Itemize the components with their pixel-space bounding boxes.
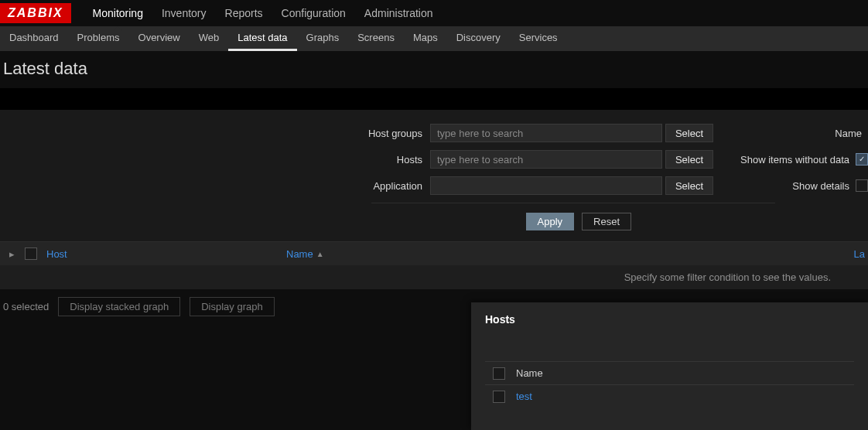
brand-logo[interactable]: ZABBIX (0, 3, 71, 23)
apply-button[interactable]: Apply (526, 213, 575, 230)
popup-select-all-checkbox[interactable] (493, 367, 505, 380)
top-bar: ZABBIX Monitoring Inventory Reports Conf… (0, 0, 868, 26)
hosts-popup-row: test (485, 384, 854, 408)
display-graph-button[interactable]: Display graph (190, 297, 275, 316)
hostgroups-input[interactable] (430, 124, 662, 142)
column-name[interactable]: Name ▲ (282, 248, 784, 260)
filter-label-showwithoutdata: Show items without data (713, 154, 856, 166)
column-name-label: Name (286, 248, 313, 260)
hosts-popup-title: Hosts (485, 313, 854, 326)
filter-label-name: Name (713, 128, 868, 139)
subnav-services[interactable]: Services (510, 26, 567, 51)
hosts-select-button[interactable]: Select (665, 150, 713, 169)
subnav-maps[interactable]: Maps (404, 26, 447, 51)
hostgroups-select-button[interactable]: Select (665, 124, 713, 142)
separator (0, 88, 868, 110)
sort-asc-icon: ▲ (316, 250, 324, 258)
subnav-dashboard[interactable]: Dashboard (0, 26, 68, 51)
column-host[interactable]: Host (42, 248, 282, 260)
reset-button[interactable]: Reset (582, 213, 631, 230)
filter-panel: Host groups Select Name Hosts Select Sho… (0, 110, 868, 242)
subnav-discovery[interactable]: Discovery (447, 26, 510, 51)
expand-all-icon[interactable]: ▸ (3, 248, 20, 260)
mainnav-administration[interactable]: Administration (355, 0, 443, 26)
show-details-checkbox[interactable] (856, 179, 868, 192)
hosts-popup-header: Name (485, 361, 854, 384)
subnav-graphs[interactable]: Graphs (297, 26, 349, 51)
mainnav-configuration[interactable]: Configuration (272, 0, 355, 26)
show-without-data-checkbox[interactable] (856, 153, 868, 166)
table-header: ▸ Host Name ▲ La (0, 242, 868, 265)
popup-row-checkbox[interactable] (493, 391, 505, 403)
display-stacked-graph-button[interactable]: Display stacked graph (58, 297, 180, 316)
filter-label-hostgroups: Host groups (0, 128, 430, 139)
filter-label-hosts: Hosts (0, 154, 430, 166)
mainnav-inventory[interactable]: Inventory (152, 0, 216, 26)
column-last[interactable]: La (849, 248, 865, 260)
mainnav-monitoring[interactable]: Monitoring (84, 0, 152, 26)
subnav-latestdata[interactable]: Latest data (228, 26, 296, 51)
application-select-button[interactable]: Select (665, 176, 713, 195)
main-nav: Monitoring Inventory Reports Configurati… (84, 0, 443, 26)
select-all-checkbox[interactable] (25, 247, 37, 260)
page-title: Latest data (0, 51, 868, 88)
filter-label-application: Application (0, 180, 430, 192)
selected-count: 0 selected (3, 301, 49, 312)
sub-nav: Dashboard Problems Overview Web Latest d… (0, 26, 868, 51)
hosts-popup-row-name[interactable]: test (516, 391, 532, 402)
mainnav-reports[interactable]: Reports (216, 0, 272, 26)
subnav-web[interactable]: Web (190, 26, 229, 51)
filter-label-showdetails: Show details (713, 180, 856, 192)
application-input[interactable] (430, 176, 662, 195)
subnav-screens[interactable]: Screens (348, 26, 404, 51)
hosts-input[interactable] (430, 150, 662, 169)
hosts-popup-column-name: Name (516, 367, 543, 379)
empty-hint: Specify some filter condition to see the… (0, 265, 868, 289)
subnav-overview[interactable]: Overview (129, 26, 190, 51)
hosts-popup: Hosts Name test (471, 302, 868, 430)
